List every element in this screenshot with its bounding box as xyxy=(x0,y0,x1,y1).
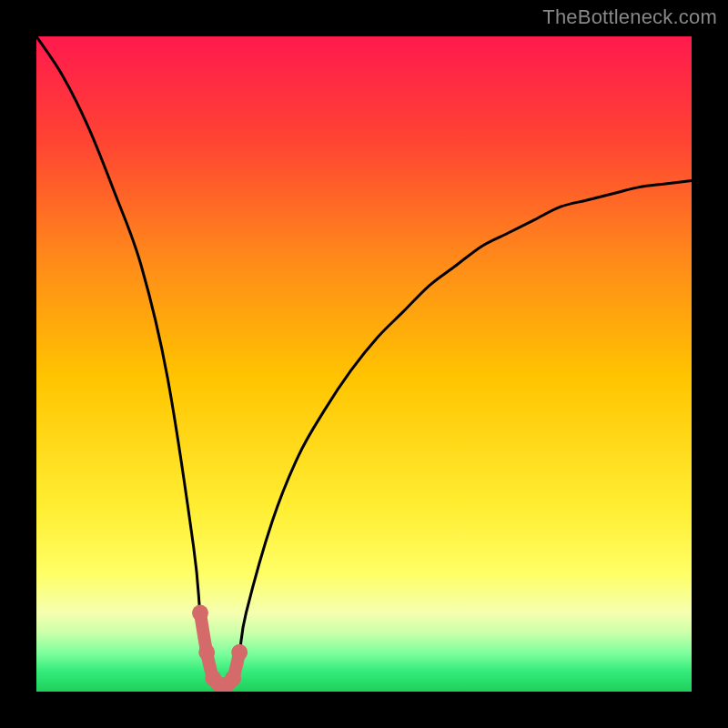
watermark-text: TheBottleneck.com xyxy=(542,5,717,29)
chart-frame: TheBottleneck.com xyxy=(0,0,728,728)
bottleneck-curve xyxy=(36,36,692,686)
curve-layer xyxy=(36,36,692,692)
highlight-dots xyxy=(192,605,248,692)
highlight-dot xyxy=(192,605,208,622)
plot-area xyxy=(36,36,692,692)
highlight-dot xyxy=(198,644,215,661)
highlight-dot xyxy=(225,671,241,687)
highlight-dot xyxy=(231,644,248,661)
